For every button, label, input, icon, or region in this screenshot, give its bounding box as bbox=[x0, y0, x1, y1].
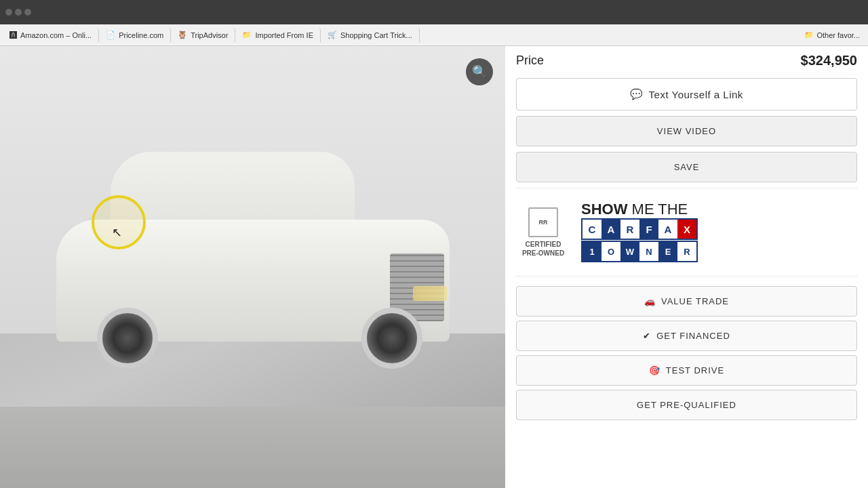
right-panel: Price $324,950 💬 Text Yourself a Link VI… bbox=[505, 46, 868, 488]
car-wheel-back bbox=[97, 308, 158, 369]
carfax-a: A bbox=[601, 220, 620, 239]
cursor-indicator: ↖ bbox=[112, 225, 122, 240]
text-yourself-link-button[interactable]: 💬 Text Yourself a Link bbox=[516, 78, 857, 110]
carfax-r: R bbox=[620, 220, 639, 239]
tab-imported[interactable]: 📁 Imported From IE bbox=[235, 28, 321, 42]
view-video-label: VIEW VIDEO bbox=[657, 126, 716, 136]
tab-tripadvisor[interactable]: 🦉 TripAdvisor bbox=[171, 28, 235, 42]
rolls-royce-badge: RR CERTIFIED PRE-OWNED bbox=[516, 207, 570, 258]
minimize-dot bbox=[15, 9, 22, 16]
steering-icon: 🎯 bbox=[649, 365, 660, 375]
tripadvisor-icon: 🦉 bbox=[178, 30, 187, 39]
owner-o: O bbox=[601, 242, 620, 261]
show-me-the-text: SHOW ME THE bbox=[581, 202, 688, 217]
bottom-action-buttons: 🚗 VALUE TRADE ✔ GET FINANCED 🎯 TEST DRIV… bbox=[516, 286, 857, 420]
owner-n: N bbox=[639, 242, 658, 261]
price-row: Price $324,950 bbox=[516, 53, 857, 68]
browser-chrome bbox=[0, 0, 868, 24]
page-content: ↖ 🔍 Price $324,950 💬 Text Yourself a Lin… bbox=[0, 46, 868, 488]
pre-qualified-label: GET PRE-QUALIFIED bbox=[637, 400, 736, 410]
car-silhouette bbox=[43, 152, 463, 382]
browser-tabs: 🅰 Amazon.com – Onli... 📄 Priceline.com 🦉… bbox=[0, 24, 868, 46]
window-controls bbox=[5, 9, 31, 16]
priceline-icon: 📄 bbox=[106, 30, 115, 39]
tab-priceline-label: Priceline.com bbox=[119, 31, 163, 39]
certified-pre-owned-text: CERTIFIED PRE-OWNED bbox=[522, 240, 564, 258]
tab-amazon-label: Amazon.com – Onli... bbox=[20, 31, 92, 39]
tab-priceline[interactable]: 📄 Priceline.com bbox=[99, 28, 171, 42]
shopping-icon: 🛒 bbox=[328, 30, 337, 39]
view-video-button[interactable]: VIEW VIDEO bbox=[516, 116, 857, 146]
save-button[interactable]: SAVE bbox=[516, 152, 857, 182]
car-icon: 🚗 bbox=[644, 296, 656, 306]
other-favorites[interactable]: 📁 Other favor... bbox=[799, 30, 865, 39]
owner-1: 1 bbox=[583, 242, 601, 261]
carfax-x: X bbox=[677, 220, 696, 239]
test-drive-button[interactable]: 🎯 TEST DRIVE bbox=[516, 355, 857, 386]
rr-logo: RR bbox=[528, 207, 558, 237]
rr-logo-text: RR bbox=[539, 219, 548, 226]
zoom-button[interactable]: 🔍 bbox=[466, 58, 493, 85]
close-dot bbox=[5, 9, 12, 16]
owner-r: R bbox=[677, 242, 696, 261]
carfax-f: F bbox=[639, 220, 658, 239]
tab-shopping[interactable]: 🛒 Shopping Cart Trick... bbox=[321, 28, 420, 42]
owner-e: E bbox=[658, 242, 677, 261]
carfax-word-box: C A R F A X bbox=[581, 218, 698, 240]
carfax-a2: A bbox=[658, 220, 677, 239]
tab-amazon[interactable]: 🅰 Amazon.com – Onli... bbox=[3, 28, 99, 42]
amazon-icon: 🅰 bbox=[9, 31, 17, 39]
maximize-dot bbox=[24, 9, 31, 16]
car-headlight bbox=[413, 286, 447, 301]
owner-w: W bbox=[620, 242, 639, 261]
car-background: ↖ bbox=[0, 46, 505, 488]
value-trade-label: VALUE TRADE bbox=[661, 296, 729, 306]
carfax-logo-area[interactable]: SHOW ME THE C A R F A X 1 O W N E bbox=[581, 202, 698, 262]
text-link-label: Text Yourself a Link bbox=[649, 89, 743, 100]
get-financed-label: GET FINANCED bbox=[656, 331, 730, 341]
car-image-section: ↖ 🔍 bbox=[0, 46, 505, 488]
chat-icon: 💬 bbox=[630, 88, 644, 100]
get-pre-qualified-button[interactable]: GET PRE-QUALIFIED bbox=[516, 390, 857, 420]
zoom-icon: 🔍 bbox=[472, 64, 487, 79]
other-favs-label: Other favor... bbox=[816, 31, 860, 39]
tab-imported-label: Imported From IE bbox=[255, 31, 313, 39]
tab-shopping-label: Shopping Cart Trick... bbox=[340, 31, 412, 39]
test-drive-label: TEST DRIVE bbox=[666, 365, 724, 375]
tab-tripadvisor-label: TripAdvisor bbox=[191, 31, 228, 39]
price-label: Price bbox=[516, 54, 544, 68]
get-financed-button[interactable]: ✔ GET FINANCED bbox=[516, 321, 857, 351]
one-owner-box: 1 O W N E R bbox=[581, 241, 698, 262]
save-label: SAVE bbox=[674, 162, 700, 172]
showroom-floor bbox=[0, 407, 505, 488]
carfax-section: RR CERTIFIED PRE-OWNED SHOW ME THE C A R… bbox=[516, 188, 857, 277]
price-value: $324,950 bbox=[801, 53, 857, 68]
value-trade-button[interactable]: 🚗 VALUE TRADE bbox=[516, 286, 857, 317]
imported-icon: 📁 bbox=[242, 30, 252, 39]
check-icon: ✔ bbox=[643, 331, 651, 341]
car-wheel-front bbox=[361, 308, 422, 369]
carfax-c: C bbox=[583, 220, 601, 239]
folder-icon: 📁 bbox=[804, 30, 814, 39]
